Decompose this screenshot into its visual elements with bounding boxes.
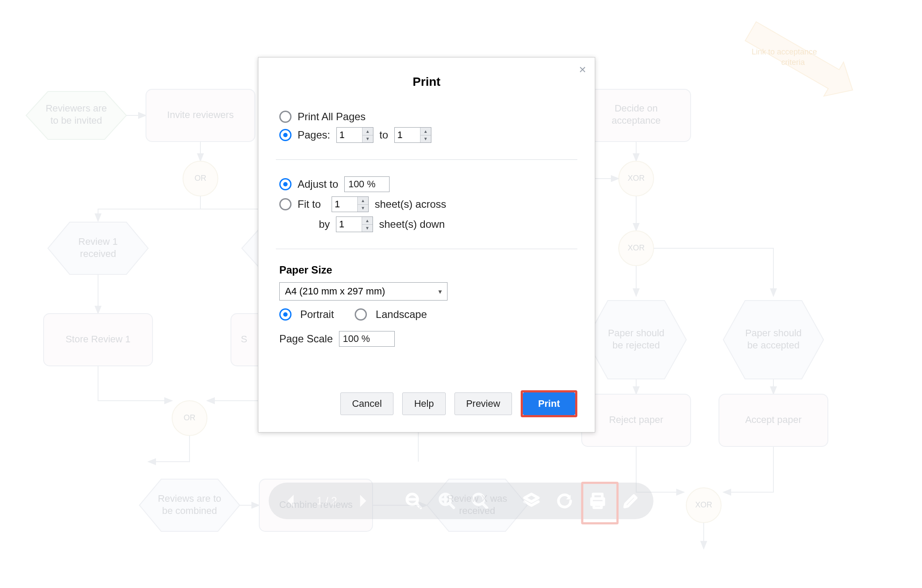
svg-point-19 bbox=[686, 488, 721, 523]
paper-section: Paper Size A4 (210 mm x 297 mm) ▾ Portra… bbox=[276, 259, 577, 354]
print-dialog: × Print Print All Pages Pages: ▲▼ to ▲▼ … bbox=[258, 57, 595, 433]
edit-icon[interactable] bbox=[620, 490, 641, 511]
diagram-link-criteria-2: criteria bbox=[781, 58, 805, 67]
sheets-across-label: sheet(s) across bbox=[375, 198, 446, 210]
stepper-down-icon[interactable]: ▼ bbox=[420, 135, 431, 143]
pages-from-input[interactable] bbox=[337, 128, 362, 142]
diagram-invite-reviewers: Invite reviewers bbox=[167, 109, 234, 120]
sheets-down-stepper[interactable]: ▲▼ bbox=[336, 216, 373, 232]
diagram-prej-2: be rejected bbox=[613, 340, 660, 351]
stepper-up-icon[interactable]: ▲ bbox=[362, 217, 373, 225]
zoom-in-icon[interactable] bbox=[436, 490, 457, 511]
pages-to-label: to bbox=[380, 129, 388, 141]
preview-button[interactable]: Preview bbox=[454, 392, 512, 415]
layers-icon[interactable] bbox=[521, 490, 542, 511]
radio-adjust-to[interactable] bbox=[279, 178, 292, 190]
sheets-down-label: sheet(s) down bbox=[379, 218, 445, 230]
help-button[interactable]: Help bbox=[402, 392, 445, 415]
cancel-button[interactable]: Cancel bbox=[340, 392, 393, 415]
refresh-icon[interactable] bbox=[554, 490, 575, 511]
portrait-label: Portrait bbox=[300, 308, 334, 321]
diagram-xor-3: XOR bbox=[695, 500, 712, 509]
search-icon[interactable] bbox=[469, 490, 490, 511]
svg-line-24 bbox=[449, 503, 454, 508]
radio-fit-to[interactable] bbox=[279, 198, 292, 210]
diagram-xor-1: XOR bbox=[627, 174, 644, 182]
diagram-or-1: OR bbox=[195, 174, 207, 182]
radio-landscape[interactable] bbox=[355, 308, 367, 321]
print-icon[interactable] bbox=[587, 490, 608, 511]
paper-size-value: A4 (210 mm x 297 mm) bbox=[285, 286, 385, 297]
diagram-accept-paper: Accept paper bbox=[745, 414, 802, 425]
svg-rect-2 bbox=[146, 89, 255, 142]
page-scale-label: Page Scale bbox=[279, 333, 333, 345]
svg-rect-17 bbox=[582, 394, 691, 446]
sheets-down-input[interactable] bbox=[336, 217, 362, 232]
dialog-title: Print bbox=[276, 75, 577, 89]
svg-line-28 bbox=[482, 503, 487, 508]
stepper-up-icon[interactable]: ▲ bbox=[358, 197, 368, 205]
svg-marker-15 bbox=[586, 301, 686, 379]
diagram-reviewers-invite-1: Reviewers are bbox=[46, 103, 107, 114]
diagram-store-rev1: Store Review 1 bbox=[65, 334, 130, 345]
diagram-rev1-2: received bbox=[80, 248, 116, 259]
fit-to-label: Fit to bbox=[298, 198, 325, 210]
svg-marker-16 bbox=[723, 301, 824, 379]
svg-marker-0 bbox=[741, 14, 862, 107]
chevron-down-icon: ▾ bbox=[438, 287, 442, 296]
by-label: by bbox=[317, 218, 330, 230]
close-icon[interactable]: × bbox=[579, 64, 586, 76]
diagram-rev1-1: Review 1 bbox=[78, 236, 118, 247]
svg-line-21 bbox=[416, 503, 421, 508]
svg-rect-9 bbox=[44, 314, 153, 366]
sheets-across-stepper[interactable]: ▲▼ bbox=[332, 196, 369, 212]
pages-from-stepper[interactable]: ▲▼ bbox=[336, 127, 373, 143]
diagram-prej-1: Paper should bbox=[608, 328, 664, 338]
svg-marker-12 bbox=[139, 479, 240, 531]
diagram-store-s: S bbox=[241, 334, 247, 345]
adjust-to-label: Adjust to bbox=[298, 178, 338, 190]
diagram-reject-paper: Reject paper bbox=[609, 414, 664, 425]
svg-point-11 bbox=[172, 401, 207, 436]
scaling-section: Adjust to 100 % Fit to ▲▼ sheet(s) acros… bbox=[276, 169, 577, 239]
viewer-toolbar: 1 / 2 bbox=[269, 483, 654, 519]
page-indicator: 1 / 2 bbox=[314, 495, 340, 507]
svg-point-6 bbox=[619, 231, 654, 266]
stepper-down-icon[interactable]: ▼ bbox=[358, 205, 368, 212]
pages-to-input[interactable] bbox=[395, 128, 420, 142]
diagram-combine-1: Reviews are to bbox=[158, 493, 221, 504]
radio-pages[interactable] bbox=[279, 129, 292, 141]
print-button[interactable]: Print bbox=[523, 392, 575, 415]
svg-rect-3 bbox=[582, 89, 691, 142]
radio-print-all[interactable] bbox=[279, 111, 292, 123]
svg-rect-18 bbox=[719, 394, 828, 446]
stepper-up-icon[interactable]: ▲ bbox=[363, 128, 373, 135]
diagram-pacc-1: Paper should bbox=[745, 328, 802, 338]
stepper-down-icon[interactable]: ▼ bbox=[362, 225, 373, 232]
adjust-to-value[interactable]: 100 % bbox=[344, 176, 390, 192]
diagram-combine-2: be combined bbox=[162, 505, 217, 516]
diagram-or-2: OR bbox=[184, 413, 196, 422]
pages-to-stepper[interactable]: ▲▼ bbox=[394, 127, 431, 143]
paper-size-select[interactable]: A4 (210 mm x 297 mm) ▾ bbox=[279, 282, 447, 301]
diagram-link-criteria: Link to acceptance bbox=[752, 47, 817, 56]
stepper-up-icon[interactable]: ▲ bbox=[420, 128, 431, 135]
page-scale-value[interactable]: 100 % bbox=[339, 331, 395, 347]
diagram-decide-1: Decide on bbox=[614, 103, 658, 114]
prev-page-icon[interactable] bbox=[281, 490, 302, 511]
print-button-highlight: Print bbox=[521, 390, 577, 417]
radio-portrait[interactable] bbox=[279, 308, 292, 321]
page-range-section: Print All Pages Pages: ▲▼ to ▲▼ bbox=[276, 104, 577, 150]
diagram-decide-2: acceptance bbox=[612, 115, 661, 126]
stepper-down-icon[interactable]: ▼ bbox=[363, 135, 373, 143]
diagram-reviewers-invite-2: to be invited bbox=[51, 115, 102, 126]
zoom-out-icon[interactable] bbox=[403, 490, 424, 511]
sheets-across-input[interactable] bbox=[332, 197, 357, 212]
next-page-icon[interactable] bbox=[352, 490, 373, 511]
paper-size-heading: Paper Size bbox=[279, 264, 574, 276]
dialog-button-bar: Cancel Help Preview Print bbox=[276, 390, 577, 417]
svg-marker-7 bbox=[48, 222, 148, 274]
print-all-label: Print All Pages bbox=[298, 111, 366, 123]
svg-marker-1 bbox=[26, 91, 126, 139]
svg-point-4 bbox=[183, 161, 218, 196]
